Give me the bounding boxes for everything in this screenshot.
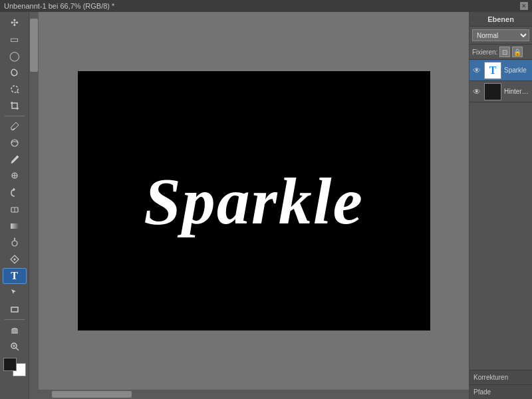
quick-select-tool[interactable]: [3, 81, 27, 97]
layer-visibility-icon[interactable]: 👁: [472, 87, 481, 96]
gradient-tool[interactable]: [3, 218, 27, 234]
separator-2: [5, 319, 25, 320]
svg-rect-9: [11, 223, 19, 229]
title-bar-text: Unbenannt-1 bei 66,7% (RGB/8) *: [4, 2, 516, 10]
layers-panel-header: Ebenen: [469, 12, 532, 27]
left-toolbar: ✣ ▭ ◯: [0, 12, 29, 399]
horizontal-scroll-thumb[interactable]: [52, 391, 132, 398]
sparkle-text: Sparkle: [144, 163, 364, 239]
layer-name: Hintergrund: [504, 88, 529, 95]
layers-panel: Ebenen Normal Fixieren: ⊡ 🔒 👁 T Sparkle …: [469, 12, 532, 399]
korrekturen-section[interactable]: Korrekturen: [469, 370, 532, 384]
title-bar: Unbenannt-1 bei 66,7% (RGB/8) * ✕: [0, 0, 532, 12]
fix-all-button[interactable]: 🔒: [512, 47, 523, 57]
eraser-tool[interactable]: [3, 201, 27, 217]
history-brush-tool[interactable]: [3, 185, 27, 201]
layer-thumbnail: [484, 83, 501, 100]
svg-line-1: [17, 92, 19, 94]
separator-1: [5, 116, 25, 116]
canvas-document: Sparkle: [78, 71, 430, 331]
crop-tool[interactable]: [3, 98, 27, 114]
svg-point-13: [13, 259, 15, 261]
svg-point-3: [11, 140, 18, 146]
pfade-section[interactable]: Pfade: [469, 384, 532, 399]
foreground-color-swatch[interactable]: [3, 358, 17, 371]
svg-line-16: [16, 348, 19, 350]
horizontal-scrollbar[interactable]: [39, 390, 469, 399]
blend-mode-select[interactable]: Normal: [472, 29, 529, 41]
canvas-scroll-area: Sparkle: [29, 12, 469, 399]
scroll-area: Sparkle: [39, 12, 469, 399]
shape-tool[interactable]: [3, 301, 27, 317]
heal-tool[interactable]: [3, 135, 27, 151]
pen-tool[interactable]: [3, 251, 27, 267]
lasso-tool[interactable]: [3, 65, 27, 80]
vertical-scrollbar[interactable]: [29, 12, 39, 399]
marquee-rect-tool[interactable]: ▭: [3, 31, 27, 47]
zoom-tool[interactable]: [3, 338, 27, 354]
canvas-area[interactable]: Sparkle: [39, 12, 469, 390]
brush-tool[interactable]: [3, 152, 27, 168]
text-tool[interactable]: T: [3, 268, 27, 284]
dodge-tool[interactable]: [3, 235, 27, 251]
fix-position-button[interactable]: ⊡: [499, 47, 510, 57]
path-select-tool[interactable]: [3, 285, 27, 301]
svg-point-10: [12, 241, 17, 246]
blend-mode-row: Normal: [469, 27, 532, 45]
fixieren-label: Fixieren:: [472, 49, 497, 56]
vertical-scroll-thumb[interactable]: [30, 19, 38, 72]
hand-tool[interactable]: [3, 322, 27, 338]
layer-thumbnail: T: [484, 62, 501, 79]
panel-bottom: Korrekturen Pfade: [469, 370, 532, 399]
eyedropper-tool[interactable]: [3, 118, 27, 134]
close-button[interactable]: ✕: [520, 2, 528, 10]
color-swatches[interactable]: [3, 358, 26, 376]
fixieren-row: Fixieren: ⊡ 🔒: [469, 45, 532, 60]
app-layout: ✣ ▭ ◯: [0, 12, 532, 399]
layer-item[interactable]: 👁 Hintergrund: [469, 81, 532, 102]
layer-item[interactable]: 👁 T Sparkle: [469, 60, 532, 81]
svg-rect-14: [11, 307, 18, 312]
marquee-ellipse-tool[interactable]: ◯: [3, 48, 27, 64]
layer-visibility-icon[interactable]: 👁: [472, 66, 481, 75]
korrekturen-label: Korrekturen: [473, 374, 508, 381]
layers-list: 👁 T Sparkle 👁 Hintergrund: [469, 60, 532, 370]
layer-name: Sparkle: [504, 66, 529, 74]
clone-tool[interactable]: [3, 168, 27, 184]
pfade-label: Pfade: [473, 388, 491, 396]
svg-point-12: [14, 238, 15, 239]
svg-line-2: [13, 128, 15, 130]
move-tool[interactable]: ✣: [3, 15, 27, 31]
layers-panel-title: Ebenen: [487, 15, 514, 23]
